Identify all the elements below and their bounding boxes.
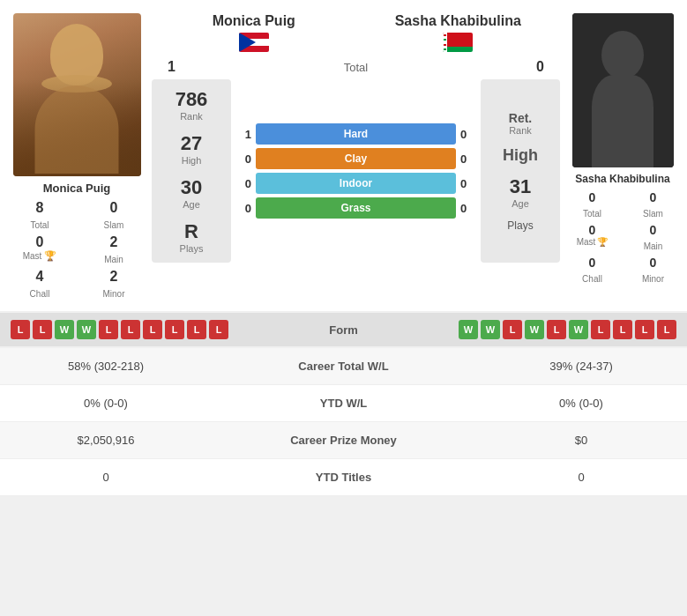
right-high-value: High (503, 146, 538, 165)
age-value: 30 (161, 176, 222, 199)
ytd-wl-label: YTD W/L (194, 397, 493, 410)
plays-label: Plays (161, 243, 222, 254)
left-stats-box: 786 Rank 27 High 30 Age R (152, 79, 231, 263)
prize-right: $0 (493, 434, 669, 447)
mast-label-right: Mast (577, 237, 596, 247)
grass-score-right: 0 (460, 202, 476, 215)
trophy-icon-left: 🏆 (44, 250, 56, 262)
high-value: 27 (161, 132, 222, 155)
form-badge-l8: L (209, 320, 228, 339)
right-plays-block: Plays (507, 219, 533, 232)
stats-row-titles: 0 YTD Titles 0 (0, 459, 687, 496)
grass-score-left: 0 (235, 202, 251, 215)
stats-row-prize: $2,050,916 Career Prize Money $0 (0, 422, 687, 459)
form-badge-rl3: L (591, 320, 610, 339)
right-plays-label: Plays (507, 219, 533, 232)
indoor-badge: Indoor (256, 173, 456, 194)
total-label-left: Total (30, 220, 49, 230)
right-age-value: 31 (510, 175, 531, 198)
slam-label-left: Slam (104, 220, 124, 230)
slam-value-left: 0 (81, 200, 146, 216)
surface-row-grass: 0 Grass 0 (235, 197, 476, 219)
rank-value: 786 (161, 88, 222, 111)
main-label-right: Main (644, 241, 663, 251)
form-badge-rl1: L (503, 320, 522, 339)
form-badge-rw2: W (481, 320, 500, 339)
total-value-left: 8 (7, 200, 72, 216)
form-badge-l3: L (99, 320, 118, 339)
form-badge-l4: L (121, 320, 140, 339)
surface-row-hard: 1 Hard 0 (235, 123, 476, 145)
form-badge-l2: L (33, 320, 52, 339)
ret-rank-label: Rank (509, 125, 532, 136)
titles-right: 0 (493, 471, 669, 484)
right-high-block: High (503, 146, 538, 165)
form-badge-rl6: L (657, 320, 676, 339)
age-block: 30 Age (161, 176, 222, 210)
form-badge-rw3: W (525, 320, 544, 339)
chall-label-right: Chall (582, 274, 602, 284)
hard-badge: Hard (256, 123, 456, 145)
hard-score-right: 0 (460, 128, 476, 141)
form-badge-l6: L (165, 320, 184, 339)
right-age-block: 31 Age (510, 175, 531, 209)
form-badge-w1: W (55, 320, 74, 339)
indoor-score-left: 0 (235, 177, 251, 190)
flag-pr (239, 33, 269, 52)
titles-label: YTD Titles (194, 471, 493, 484)
player-right-name: Sasha Khabibulina (575, 173, 669, 185)
trophy-icon-right: 🏆 (597, 237, 608, 247)
players-section: Monica Puig 8 Total 0 Slam 0 Mast (0, 0, 687, 311)
main-label-left: Main (104, 255, 123, 264)
slam-label-right: Slam (643, 209, 663, 219)
player-right-name-center: Sasha Khabibulina (395, 13, 521, 29)
career-wl-left: 58% (302-218) (18, 360, 194, 373)
ytd-wl-right: 0% (0-0) (493, 397, 669, 410)
plays-block: R Plays (161, 220, 222, 254)
total-value-right: 0 (565, 190, 619, 204)
player-right: Sasha Khabibulina 0 Total 0 Slam 0 Mast (565, 13, 680, 286)
slam-value-right: 0 (626, 190, 680, 204)
prize-label: Career Prize Money (194, 434, 493, 447)
clay-score-left: 0 (235, 152, 251, 166)
form-badge-rl2: L (547, 320, 566, 339)
plays-value: R (161, 220, 222, 243)
clay-badge: Clay (256, 148, 456, 169)
form-badge-l7: L (187, 320, 206, 339)
stats-row-career: 58% (302-218) Career Total W/L 39% (24-3… (0, 348, 687, 385)
main-container: Monica Puig 8 Total 0 Slam 0 Mast (0, 0, 687, 496)
right-name-block: Sasha Khabibulina (356, 13, 561, 52)
grass-badge: Grass (256, 197, 456, 219)
surface-row-clay: 0 Clay 0 (235, 148, 476, 169)
form-section: L L W W L L L L L L Form W W L W L W L L… (0, 313, 687, 346)
minor-label-left: Minor (102, 289, 124, 299)
mast-label-left: Mast (23, 251, 42, 261)
left-name-block: Monica Puig (152, 13, 356, 52)
player-left-name-center: Monica Puig (213, 13, 295, 29)
titles-left: 0 (18, 471, 194, 484)
rank-label: Rank (161, 111, 222, 122)
right-age-label: Age (510, 198, 531, 209)
age-label: Age (161, 199, 222, 210)
chall-value-right: 0 (565, 256, 619, 270)
center-panel: Monica Puig Sasha Khabibulina (152, 13, 560, 263)
stats-row-ytd: 0% (0-0) YTD W/L 0% (0-0) (0, 385, 687, 422)
form-badge-rl5: L (635, 320, 654, 339)
chall-value-left: 4 (7, 269, 72, 285)
form-left: L L W W L L L L L L (11, 320, 228, 339)
form-badge-rl4: L (613, 320, 632, 339)
minor-label-right: Minor (642, 274, 664, 284)
hard-score-left: 1 (235, 128, 251, 141)
minor-value-right: 0 (626, 256, 680, 270)
total-label: Total (175, 61, 536, 74)
form-badge-w2: W (77, 320, 96, 339)
main-value-left: 2 (81, 234, 146, 250)
form-badge-l5: L (143, 320, 162, 339)
ytd-wl-left: 0% (0-0) (18, 397, 194, 410)
total-score-left: 1 (153, 59, 175, 75)
form-label: Form (316, 323, 371, 337)
chall-label-left: Chall (30, 289, 50, 299)
form-badge-rw4: W (569, 320, 588, 339)
form-badge-l1: L (11, 320, 30, 339)
career-wl-label: Career Total W/L (194, 360, 493, 373)
